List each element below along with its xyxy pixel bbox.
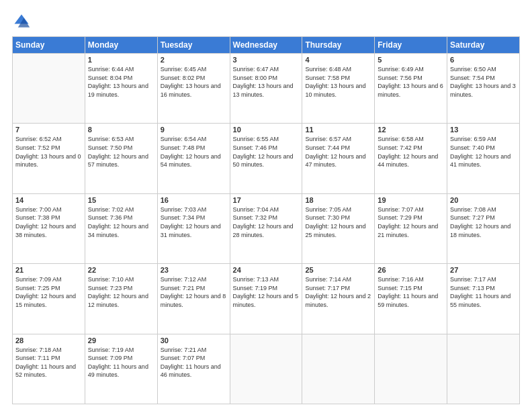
day-number: 22 — [88, 266, 154, 274]
logo-icon — [12, 12, 31, 31]
day-number: 26 — [378, 266, 444, 274]
calendar-cell: 9Sunrise: 6:54 AMSunset: 7:48 PMDaylight… — [157, 124, 230, 193]
day-info: Sunrise: 7:18 AMSunset: 7:11 PMDaylight:… — [15, 346, 82, 379]
day-info: Sunrise: 6:58 AMSunset: 7:42 PMDaylight:… — [378, 135, 444, 169]
day-info: Sunrise: 6:54 AMSunset: 7:48 PMDaylight:… — [161, 135, 227, 169]
calendar-cell — [302, 334, 375, 404]
day-info: Sunrise: 7:08 AMSunset: 7:27 PMDaylight:… — [450, 205, 517, 239]
weekday-header-thursday: Thursday — [302, 37, 375, 54]
calendar-cell: 19Sunrise: 7:07 AMSunset: 7:29 PMDayligh… — [375, 193, 447, 263]
day-number: 10 — [233, 126, 300, 134]
calendar-cell: 28Sunrise: 7:18 AMSunset: 7:11 PMDayligh… — [13, 334, 85, 404]
day-info: Sunrise: 6:55 AMSunset: 7:46 PMDaylight:… — [233, 135, 300, 169]
calendar-cell: 11Sunrise: 6:57 AMSunset: 7:44 PMDayligh… — [302, 124, 375, 193]
day-info: Sunrise: 6:47 AMSunset: 8:00 PMDaylight:… — [233, 65, 300, 99]
day-info: Sunrise: 7:04 AMSunset: 7:32 PMDaylight:… — [233, 205, 300, 239]
calendar-cell: 30Sunrise: 7:21 AMSunset: 7:07 PMDayligh… — [157, 334, 230, 404]
calendar-cell — [230, 334, 302, 404]
day-number: 8 — [88, 126, 154, 134]
day-info: Sunrise: 7:13 AMSunset: 7:19 PMDaylight:… — [233, 275, 300, 309]
calendar-cell: 25Sunrise: 7:14 AMSunset: 7:17 PMDayligh… — [302, 264, 375, 334]
day-number: 27 — [450, 266, 517, 274]
calendar-cell: 23Sunrise: 7:12 AMSunset: 7:21 PMDayligh… — [157, 264, 230, 334]
calendar-cell — [447, 334, 520, 404]
calendar-cell: 14Sunrise: 7:00 AMSunset: 7:38 PMDayligh… — [13, 193, 85, 263]
calendar-cell: 20Sunrise: 7:08 AMSunset: 7:27 PMDayligh… — [447, 193, 520, 263]
calendar-cell: 5Sunrise: 6:49 AMSunset: 7:56 PMDaylight… — [375, 54, 447, 124]
calendar-cell: 22Sunrise: 7:10 AMSunset: 7:23 PMDayligh… — [85, 264, 157, 334]
day-info: Sunrise: 7:03 AMSunset: 7:34 PMDaylight:… — [161, 205, 227, 239]
page: SundayMondayTuesdayWednesdayThursdayFrid… — [0, 0, 532, 411]
day-number: 29 — [88, 336, 154, 345]
calendar-cell: 4Sunrise: 6:48 AMSunset: 7:58 PMDaylight… — [302, 54, 375, 124]
weekday-header-tuesday: Tuesday — [157, 37, 230, 54]
day-info: Sunrise: 7:14 AMSunset: 7:17 PMDaylight:… — [305, 275, 371, 309]
day-info: Sunrise: 6:52 AMSunset: 7:52 PMDaylight:… — [15, 135, 82, 169]
day-number: 30 — [161, 336, 227, 345]
calendar-cell: 1Sunrise: 6:44 AMSunset: 8:04 PMDaylight… — [85, 54, 157, 124]
calendar-week-4: 21Sunrise: 7:09 AMSunset: 7:25 PMDayligh… — [13, 264, 520, 334]
day-info: Sunrise: 7:17 AMSunset: 7:13 PMDaylight:… — [450, 275, 517, 309]
header — [12, 12, 520, 31]
day-info: Sunrise: 7:09 AMSunset: 7:25 PMDaylight:… — [15, 275, 82, 309]
day-number: 5 — [378, 56, 444, 64]
day-info: Sunrise: 7:07 AMSunset: 7:29 PMDaylight:… — [378, 205, 444, 239]
day-info: Sunrise: 6:59 AMSunset: 7:40 PMDaylight:… — [450, 135, 517, 169]
day-number: 3 — [233, 56, 300, 64]
day-info: Sunrise: 7:00 AMSunset: 7:38 PMDaylight:… — [15, 205, 82, 239]
calendar-cell — [375, 334, 447, 404]
weekday-header-sunday: Sunday — [13, 37, 85, 54]
calendar-cell: 3Sunrise: 6:47 AMSunset: 8:00 PMDaylight… — [230, 54, 302, 124]
weekday-header-saturday: Saturday — [447, 37, 520, 54]
weekday-header-wednesday: Wednesday — [230, 37, 302, 54]
calendar-cell: 18Sunrise: 7:05 AMSunset: 7:30 PMDayligh… — [302, 193, 375, 263]
calendar-cell: 27Sunrise: 7:17 AMSunset: 7:13 PMDayligh… — [447, 264, 520, 334]
day-info: Sunrise: 7:12 AMSunset: 7:21 PMDaylight:… — [161, 275, 227, 309]
day-info: Sunrise: 6:53 AMSunset: 7:50 PMDaylight:… — [88, 135, 154, 169]
day-info: Sunrise: 7:10 AMSunset: 7:23 PMDaylight:… — [88, 275, 154, 309]
weekday-header-friday: Friday — [375, 37, 447, 54]
day-number: 6 — [450, 56, 517, 64]
day-number: 23 — [161, 266, 227, 274]
day-number: 20 — [450, 196, 517, 204]
day-number: 13 — [450, 126, 517, 134]
day-info: Sunrise: 6:48 AMSunset: 7:58 PMDaylight:… — [305, 65, 371, 99]
day-info: Sunrise: 7:05 AMSunset: 7:30 PMDaylight:… — [305, 205, 371, 239]
calendar-cell: 17Sunrise: 7:04 AMSunset: 7:32 PMDayligh… — [230, 193, 302, 263]
calendar-cell: 6Sunrise: 6:50 AMSunset: 7:54 PMDaylight… — [447, 54, 520, 124]
day-number: 1 — [88, 56, 154, 64]
calendar-cell: 24Sunrise: 7:13 AMSunset: 7:19 PMDayligh… — [230, 264, 302, 334]
day-number: 16 — [161, 196, 227, 204]
day-number: 21 — [15, 266, 82, 274]
calendar-table: SundayMondayTuesdayWednesdayThursdayFrid… — [12, 36, 520, 404]
day-number: 19 — [378, 196, 444, 204]
day-number: 18 — [305, 196, 371, 204]
day-number: 9 — [161, 126, 227, 134]
day-info: Sunrise: 6:44 AMSunset: 8:04 PMDaylight:… — [88, 65, 154, 99]
calendar-week-5: 28Sunrise: 7:18 AMSunset: 7:11 PMDayligh… — [13, 334, 520, 404]
calendar-week-3: 14Sunrise: 7:00 AMSunset: 7:38 PMDayligh… — [13, 193, 520, 263]
calendar-cell: 15Sunrise: 7:02 AMSunset: 7:36 PMDayligh… — [85, 193, 157, 263]
logo — [12, 12, 34, 31]
day-number: 14 — [15, 196, 82, 204]
calendar-cell: 8Sunrise: 6:53 AMSunset: 7:50 PMDaylight… — [85, 124, 157, 193]
calendar-cell: 29Sunrise: 7:19 AMSunset: 7:09 PMDayligh… — [85, 334, 157, 404]
day-number: 25 — [305, 266, 371, 274]
weekday-header-monday: Monday — [85, 37, 157, 54]
day-info: Sunrise: 6:49 AMSunset: 7:56 PMDaylight:… — [378, 65, 444, 99]
day-number: 15 — [88, 196, 154, 204]
day-info: Sunrise: 6:45 AMSunset: 8:02 PMDaylight:… — [161, 65, 227, 99]
calendar-cell: 12Sunrise: 6:58 AMSunset: 7:42 PMDayligh… — [375, 124, 447, 193]
calendar-cell: 21Sunrise: 7:09 AMSunset: 7:25 PMDayligh… — [13, 264, 85, 334]
day-info: Sunrise: 7:02 AMSunset: 7:36 PMDaylight:… — [88, 205, 154, 239]
day-number: 17 — [233, 196, 300, 204]
day-number: 11 — [305, 126, 371, 134]
day-number: 24 — [233, 266, 300, 274]
calendar-cell: 26Sunrise: 7:16 AMSunset: 7:15 PMDayligh… — [375, 264, 447, 334]
day-number: 7 — [15, 126, 82, 134]
day-info: Sunrise: 7:16 AMSunset: 7:15 PMDaylight:… — [378, 275, 444, 309]
calendar-week-2: 7Sunrise: 6:52 AMSunset: 7:52 PMDaylight… — [13, 124, 520, 193]
calendar-cell: 7Sunrise: 6:52 AMSunset: 7:52 PMDaylight… — [13, 124, 85, 193]
calendar-cell: 16Sunrise: 7:03 AMSunset: 7:34 PMDayligh… — [157, 193, 230, 263]
day-info: Sunrise: 7:21 AMSunset: 7:07 PMDaylight:… — [161, 346, 227, 379]
